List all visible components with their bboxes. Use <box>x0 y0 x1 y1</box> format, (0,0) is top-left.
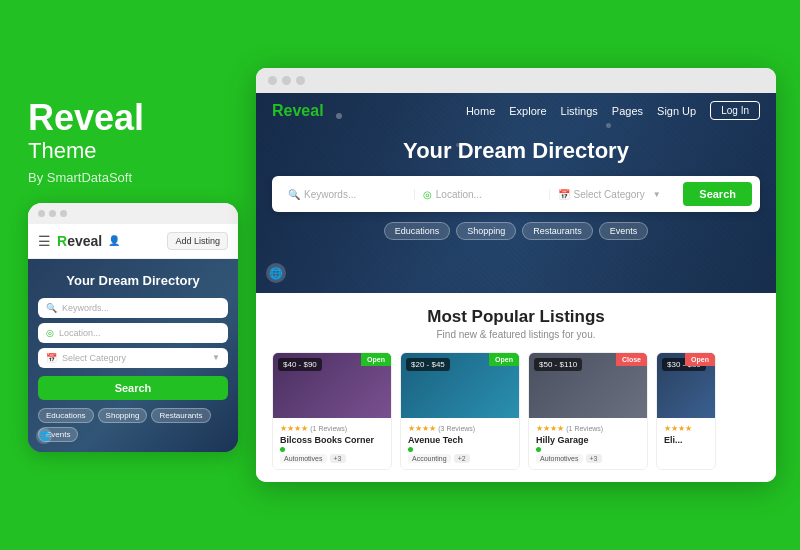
hero-search-bar: 🔍 Keywords... ◎ Location... 📅 Select Cat… <box>272 176 760 212</box>
mobile-nav: ☰ Reveal 👤 Add Listing <box>28 224 238 259</box>
cat-badge-2: Accounting <box>408 454 451 463</box>
listing-card-1[interactable]: $40 - $90 Open ★★★★ (1 Reviews) Bilcoss … <box>272 352 392 470</box>
mobile-hero-content: Your Dream Directory 🔍 Keywords... ◎ Loc… <box>38 273 228 400</box>
mobile-globe-icon[interactable]: 🌐 <box>36 428 52 444</box>
price-badge-2: $20 - $45 <box>406 358 450 371</box>
nav-explore[interactable]: Explore <box>509 105 546 117</box>
location-pin-icon: ◎ <box>423 189 432 200</box>
hero-tag-events[interactable]: Events <box>599 222 649 240</box>
tag-shopping[interactable]: Shopping <box>98 408 148 423</box>
add-listing-button[interactable]: Add Listing <box>167 232 228 250</box>
mobile-keywords-field[interactable]: 🔍 Keywords... <box>38 298 228 318</box>
logo-r: R <box>57 233 67 249</box>
reviews-1: (1 Reviews) <box>310 425 347 432</box>
mobile-location-field[interactable]: ◎ Location... <box>38 323 228 343</box>
listings-title: Most Popular Listings <box>272 307 760 327</box>
dot-2 <box>49 210 56 217</box>
tag-educations[interactable]: Educations <box>38 408 94 423</box>
mobile-search-button[interactable]: Search <box>38 376 228 400</box>
hero-tag-restaurants[interactable]: Restaurants <box>522 222 593 240</box>
browser-dot-2 <box>282 76 291 85</box>
reviews-2: (3 Reviews) <box>438 425 475 432</box>
location-placeholder: Location... <box>59 328 101 338</box>
nav-home[interactable]: Home <box>466 105 495 117</box>
listing-card-4[interactable]: $30 - $80 Open ★★★★ Eli... <box>656 352 716 470</box>
cat-more-2: +2 <box>454 454 470 463</box>
mobile-category-field[interactable]: 📅 Select Category ▼ <box>38 348 228 368</box>
hero-location-field[interactable]: ◎ Location... <box>415 189 550 200</box>
reviews-3: (1 Reviews) <box>566 425 603 432</box>
cat-more-1: +3 <box>330 454 346 463</box>
location-placeholder-text: Location... <box>436 189 482 200</box>
listing-card-3[interactable]: $50 - $110 Close ★★★★ (1 Reviews) Hilly … <box>528 352 648 470</box>
hero-nav-links: Home Explore Listings Pages Sign Up Log … <box>466 101 760 120</box>
price-badge-3: $50 - $110 <box>534 358 582 371</box>
browser-dot-3 <box>296 76 305 85</box>
category-2: Accounting +2 <box>408 454 512 463</box>
stars-4: ★★★★ <box>664 424 708 433</box>
nav-listings[interactable]: Listings <box>561 105 598 117</box>
listing-img-3: $50 - $110 Close <box>529 353 647 418</box>
hero-nav: Reveal Home Explore Listings Pages Sign … <box>256 93 776 128</box>
listing-img-2: $20 - $45 Open <box>401 353 519 418</box>
chevron-down-icon: ▼ <box>212 353 220 362</box>
stars-2: ★★★★ (3 Reviews) <box>408 424 512 433</box>
login-button[interactable]: Log In <box>710 101 760 120</box>
dot-1 <box>38 210 45 217</box>
nav-signup[interactable]: Sign Up <box>657 105 696 117</box>
left-panel: Reveal Theme By SmartDataSoft ☰ Reveal 👤… <box>24 98 234 452</box>
hamburger-icon[interactable]: ☰ <box>38 233 51 249</box>
stars-1: ★★★★ (1 Reviews) <box>280 424 384 433</box>
nav-pages[interactable]: Pages <box>612 105 643 117</box>
cat-badge-1: Automotives <box>280 454 327 463</box>
status-row-1 <box>280 447 384 452</box>
listing-name-2: Avenue Tech <box>408 435 512 445</box>
status-row-2 <box>408 447 512 452</box>
listing-info-2: ★★★★ (3 Reviews) Avenue Tech Accounting … <box>401 418 519 469</box>
mobile-logo: Reveal <box>57 233 102 249</box>
keywords-search-icon: 🔍 <box>288 189 300 200</box>
category-calendar-icon: 📅 <box>558 189 570 200</box>
listing-name-1: Bilcoss Books Corner <box>280 435 384 445</box>
listing-card-2[interactable]: $20 - $45 Open ★★★★ (3 Reviews) Avenue T… <box>400 352 520 470</box>
hero-search-button[interactable]: Search <box>683 182 752 206</box>
hero-tag-shopping[interactable]: Shopping <box>456 222 516 240</box>
tag-restaurants[interactable]: Restaurants <box>151 408 210 423</box>
brand-title: Reveal Theme <box>28 98 234 164</box>
listing-info-3: ★★★★ (1 Reviews) Hilly Garage Automotive… <box>529 418 647 469</box>
green-dot-1 <box>280 447 285 452</box>
listing-img-1: $40 - $90 Open <box>273 353 391 418</box>
user-icon[interactable]: 👤 <box>108 235 120 246</box>
listing-name-3: Hilly Garage <box>536 435 640 445</box>
listing-info-4: ★★★★ Eli... <box>657 418 715 453</box>
mobile-dots <box>28 203 238 224</box>
price-badge-1: $40 - $90 <box>278 358 322 371</box>
browser-dot-1 <box>268 76 277 85</box>
status-badge-1: Open <box>361 353 391 366</box>
browser-bar <box>256 68 776 93</box>
hero-category-field[interactable]: 📅 Select Category ▼ <box>550 189 684 200</box>
hero-globe-icon[interactable]: 🌐 <box>266 263 286 283</box>
hero-logo: Reveal <box>272 102 324 120</box>
hero-keywords-field[interactable]: 🔍 Keywords... <box>280 189 415 200</box>
keywords-placeholder-text: Keywords... <box>304 189 356 200</box>
listing-img-4: $30 - $80 Open <box>657 353 715 418</box>
browser-mockup: Reveal Home Explore Listings Pages Sign … <box>256 68 776 482</box>
green-dot-2 <box>408 447 413 452</box>
status-row-3 <box>536 447 640 452</box>
listings-section: Most Popular Listings Find new & feature… <box>256 293 776 482</box>
category-3: Automotives +3 <box>536 454 640 463</box>
category-chevron-icon: ▼ <box>653 190 661 199</box>
hero-content: Your Dream Directory 🔍 Keywords... ◎ Loc… <box>256 128 776 240</box>
green-dot-3 <box>536 447 541 452</box>
mobile-mockup: ☰ Reveal 👤 Add Listing Your Dream Direct… <box>28 203 238 452</box>
mobile-hero: Your Dream Directory 🔍 Keywords... ◎ Loc… <box>28 259 238 452</box>
mobile-nav-left: ☰ Reveal 👤 <box>38 233 120 249</box>
listing-name-4: Eli... <box>664 435 708 445</box>
mobile-hero-title: Your Dream Directory <box>38 273 228 288</box>
dot-3 <box>60 210 67 217</box>
hero-tag-educations[interactable]: Educations <box>384 222 451 240</box>
brand-by: By SmartDataSoft <box>28 170 234 185</box>
keywords-placeholder: Keywords... <box>62 303 109 313</box>
cat-more-3: +3 <box>586 454 602 463</box>
